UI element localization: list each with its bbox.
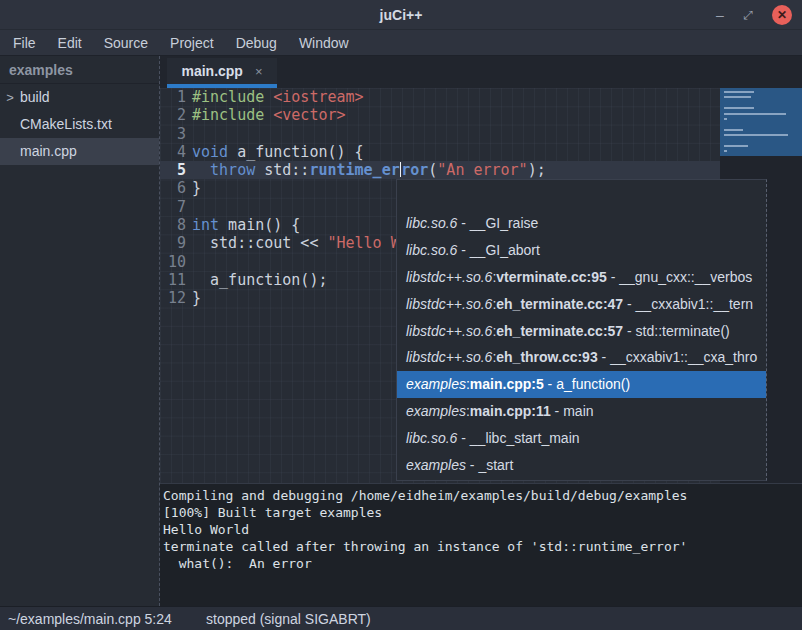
backtrace-row[interactable]: examples:main.cpp:11 - main	[397, 398, 766, 425]
backtrace-row[interactable]: libc.so.6 - __GI_abort	[397, 237, 766, 264]
backtrace-row[interactable]: libstdc++.so.6:eh_throw.cc:93 - __cxxabi…	[397, 344, 766, 371]
status-debug-state: stopped (signal SIGABRT)	[206, 607, 371, 630]
backtrace-module: libstdc++.so.6	[406, 269, 492, 285]
backtrace-row-empty	[397, 180, 766, 210]
code-line-text: int main() {	[186, 216, 300, 234]
code-line-text: }	[186, 179, 201, 197]
backtrace-row[interactable]: libstdc++.so.6:vterminate.cc:95 - __gnu_…	[397, 264, 766, 291]
status-file-location: ~/examples/main.cpp 5:24	[8, 607, 172, 630]
menu-item-debug[interactable]: Debug	[225, 30, 288, 56]
minimap-code-line	[724, 118, 727, 120]
code-line-text	[186, 125, 192, 143]
backtrace-file-line: vterminate.cc:95	[496, 269, 607, 285]
menu-bar: FileEditSourceProjectDebugWindow	[0, 30, 802, 56]
minimap-code-line	[724, 145, 748, 147]
code-line: 2#include <vector>	[160, 106, 720, 124]
backtrace-row[interactable]: examples:main.cpp:5 - a_function()	[397, 371, 766, 398]
backtrace-module: examples	[406, 403, 466, 419]
title-bar[interactable]: juCi++ – ⤢ ✕	[0, 0, 802, 30]
console-output[interactable]: Compiling and debugging /home/eidheim/ex…	[160, 483, 802, 606]
close-icon[interactable]: ✕	[772, 5, 792, 25]
line-number: 8	[160, 216, 186, 234]
menu-item-window[interactable]: Window	[288, 30, 360, 56]
backtrace-module: libstdc++.so.6	[406, 323, 492, 339]
backtrace-module: libc.so.6	[406, 242, 457, 258]
project-tree: >buildCMakeLists.txtmain.cpp	[0, 84, 159, 165]
sidebar-item-main-cpp[interactable]: main.cpp	[0, 138, 159, 165]
minimap-code-line	[724, 113, 786, 115]
sidebar-item-build[interactable]: >build	[0, 84, 159, 111]
backtrace-function: __gnu_cxx::__verbos	[619, 269, 752, 285]
backtrace-row[interactable]: libstdc++.so.6:eh_terminate.cc:57 - std:…	[397, 318, 766, 345]
line-number: 10	[160, 253, 186, 271]
tab-label: main.cpp	[181, 63, 242, 79]
backtrace-function: main	[563, 403, 593, 419]
chevron-right-icon[interactable]: >	[0, 84, 20, 111]
backtrace-module: libc.so.6	[406, 430, 457, 446]
code-line-text: #include <vector>	[186, 106, 346, 124]
console-line: Compiling and debugging /home/eidheim/ex…	[163, 487, 802, 504]
backtrace-function: __cxxabiv1::__cxa_thro	[610, 349, 757, 365]
backtrace-function: _start	[478, 457, 513, 473]
minimap-code-line	[724, 107, 754, 109]
code-line-text: a_function();	[186, 271, 327, 289]
console-line: what(): An error	[163, 555, 802, 572]
code-line-text: }	[186, 289, 201, 307]
line-number: 6	[160, 179, 186, 197]
source-map-viewport[interactable]	[720, 88, 802, 156]
code-line: 1#include <iostream>	[160, 88, 720, 106]
line-number: 2	[160, 106, 186, 124]
menu-item-file[interactable]: File	[2, 30, 47, 56]
tab-main-cpp[interactable]: main.cpp ×	[167, 58, 277, 84]
backtrace-file-line: eh_throw.cc:93	[496, 349, 597, 365]
juci-window: juCi++ – ⤢ ✕ FileEditSourceProjectDebugW…	[0, 0, 802, 630]
line-number: 3	[160, 125, 186, 143]
code-line: 5 throw std::runtime_error("An error");	[160, 161, 720, 179]
status-bar: ~/examples/main.cpp 5:24 stopped (signal…	[0, 606, 802, 630]
backtrace-function: __cxxabiv1::__tern	[636, 296, 754, 312]
tree-item-label: CMakeLists.txt	[20, 111, 112, 138]
code-line-text: std::cout << "Hello W	[186, 234, 400, 252]
menu-item-edit[interactable]: Edit	[47, 30, 93, 56]
tree-item-label: main.cpp	[20, 138, 77, 165]
line-number: 4	[160, 143, 186, 161]
line-number: 12	[160, 289, 186, 307]
backtrace-function: a_function()	[556, 376, 630, 392]
menu-item-project[interactable]: Project	[159, 30, 225, 56]
minimap-code-line	[724, 129, 743, 131]
backtrace-module: examples	[406, 376, 466, 392]
backtrace-function: std::terminate()	[636, 323, 730, 339]
code-line: 3	[160, 125, 720, 143]
backtrace-row[interactable]: examples - _start	[397, 452, 766, 479]
line-number: 11	[160, 271, 186, 289]
project-name-header: examples	[0, 56, 159, 84]
console-line: [100%] Built target examples	[163, 504, 802, 521]
minimap-code-line	[724, 134, 788, 136]
backtrace-module: libstdc++.so.6	[406, 296, 492, 312]
console-line: terminate called after throwing an insta…	[163, 538, 802, 555]
backtrace-file-line: eh_terminate.cc:57	[496, 323, 623, 339]
backtrace-row[interactable]: libc.so.6 - __libc_start_main	[397, 425, 766, 452]
code-line: 4void a_function() {	[160, 143, 720, 161]
project-tree-panel[interactable]: examples >buildCMakeLists.txtmain.cpp	[0, 56, 160, 606]
line-number: 7	[160, 198, 186, 216]
backtrace-row[interactable]: libstdc++.so.6:eh_terminate.cc:47 - __cx…	[397, 291, 766, 318]
minimap-code-line	[724, 150, 727, 152]
backtrace-function: __GI_abort	[470, 242, 540, 258]
line-number: 9	[160, 234, 186, 252]
backtrace-function: __libc_start_main	[470, 430, 580, 446]
restore-icon[interactable]: ⤢	[738, 5, 758, 25]
menu-item-source[interactable]: Source	[93, 30, 159, 56]
backtrace-row[interactable]: libc.so.6 - __GI_raise	[397, 210, 766, 237]
sidebar-item-cmakelists-txt[interactable]: CMakeLists.txt	[0, 111, 159, 138]
line-number: 5	[160, 161, 186, 179]
tab-close-icon[interactable]: ×	[255, 64, 263, 79]
tab-bar: main.cpp ×	[160, 56, 802, 88]
backtrace-module: libstdc++.so.6	[406, 349, 492, 365]
backtrace-popup: libc.so.6 - __GI_raiselibc.so.6 - __GI_a…	[396, 179, 767, 481]
backtrace-function: __GI_raise	[470, 215, 538, 231]
minimap-code-line	[724, 91, 754, 93]
minimize-icon[interactable]: –	[710, 5, 730, 25]
console-line: Hello World	[163, 521, 802, 538]
backtrace-file-line: main.cpp:11	[470, 403, 551, 419]
